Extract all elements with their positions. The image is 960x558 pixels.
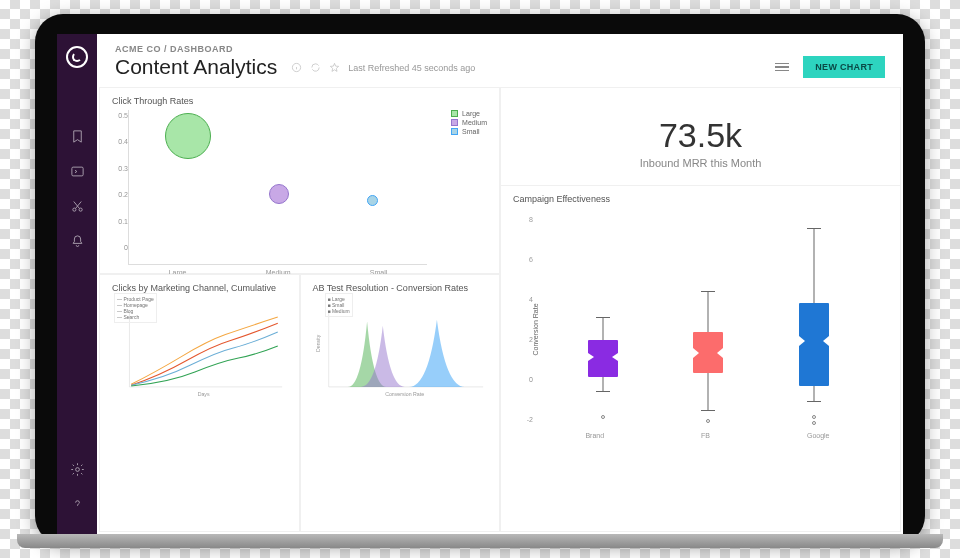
chart-title: Clicks by Marketing Channel, Cumulative — [112, 283, 287, 293]
legend: ■ Large■ Small■ Medium — [325, 293, 353, 317]
svg-point-3 — [75, 468, 79, 472]
kpi-value: 73.5k — [513, 116, 888, 155]
svg-text:Conversion Rate: Conversion Rate — [385, 391, 424, 397]
nav-settings-icon[interactable] — [70, 462, 85, 477]
bubble-large — [165, 113, 211, 159]
chart-title: Click Through Rates — [112, 96, 487, 106]
box-brand — [586, 216, 620, 423]
menu-icon[interactable] — [775, 63, 789, 72]
sidebar — [57, 34, 97, 534]
svg-point-2 — [79, 208, 82, 211]
breadcrumb[interactable]: ACME CO / DASHBOARD — [115, 44, 277, 54]
new-chart-button[interactable]: NEW CHART — [803, 56, 885, 78]
dashboard-grid: Click Through Rates 0.50.40.30.20.10 Lar… — [97, 87, 903, 534]
header: ACME CO / DASHBOARD Content Analytics La… — [97, 34, 903, 87]
main-area: ACME CO / DASHBOARD Content Analytics La… — [97, 34, 903, 534]
y-axis: 0.50.40.30.20.10 — [112, 110, 128, 265]
nav-bookmark-icon[interactable] — [70, 129, 85, 144]
logo-icon[interactable] — [66, 46, 88, 68]
chart-title: Campaign Effectiveness — [513, 194, 888, 204]
bubble-medium — [269, 184, 289, 204]
refresh-icon[interactable] — [310, 62, 321, 73]
app-screen: ACME CO / DASHBOARD Content Analytics La… — [57, 34, 903, 534]
plot-area — [537, 208, 888, 443]
nav-terminal-icon[interactable] — [70, 164, 85, 179]
campaign-effectiveness-card: Campaign Effectiveness Conversion Rate 8… — [500, 185, 901, 532]
laptop-frame: ACME CO / DASHBOARD Content Analytics La… — [35, 14, 925, 544]
ab-test-card: AB Test Resolution - Conversion Rates ■ … — [300, 274, 501, 532]
svg-text:Density: Density — [314, 334, 320, 352]
x-axis: BrandFBGoogle — [537, 432, 878, 439]
legend: Large Medium Small — [451, 110, 487, 137]
nav-dashboard-icon[interactable] — [70, 94, 85, 109]
box-plot: Conversion Rate 86420-2 — [513, 208, 888, 443]
legend: — Product Page— Homepage— Blog— Search — [114, 293, 157, 323]
refresh-label: Last Refreshed 45 seconds ago — [348, 63, 475, 73]
nav-cut-icon[interactable] — [70, 199, 85, 214]
nav-bell-icon[interactable] — [70, 234, 85, 249]
bubble-plot: LargeMediumSmall — [128, 110, 427, 265]
clicks-channel-card: Clicks by Marketing Channel, Cumulative … — [99, 274, 300, 532]
star-icon[interactable] — [329, 62, 340, 73]
box-fb — [691, 216, 725, 423]
svg-text:Days: Days — [198, 391, 210, 397]
box-google — [797, 216, 831, 423]
nav-help-icon[interactable] — [70, 497, 85, 512]
page-title: Content Analytics — [115, 55, 277, 79]
chart-title: AB Test Resolution - Conversion Rates — [313, 283, 488, 293]
kpi-label: Inbound MRR this Month — [513, 157, 888, 169]
info-icon[interactable] — [291, 62, 302, 73]
bubble-small — [367, 195, 378, 206]
svg-point-1 — [72, 208, 75, 211]
click-through-rates-card: Click Through Rates 0.50.40.30.20.10 Lar… — [99, 87, 500, 274]
